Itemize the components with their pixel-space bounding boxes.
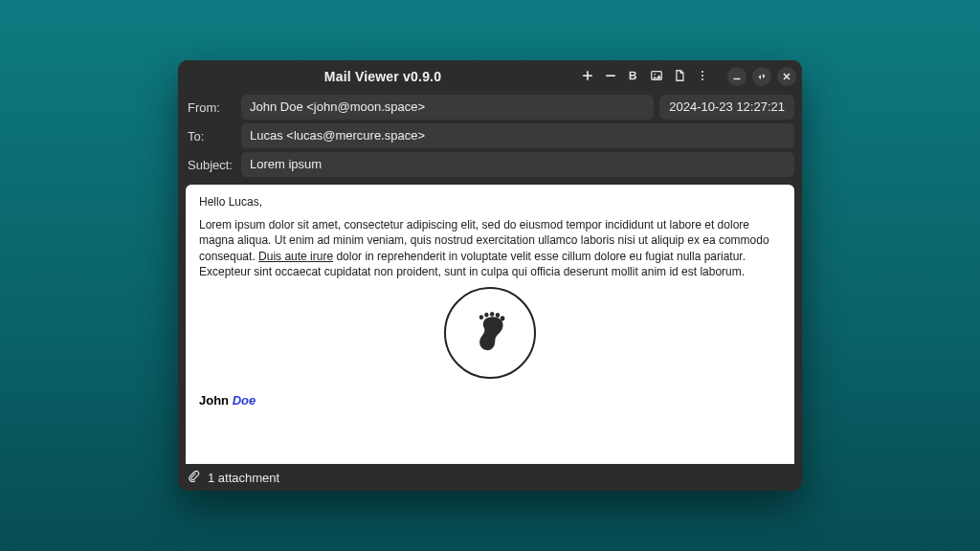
attachment-icon	[188, 470, 200, 485]
format-button[interactable]	[624, 67, 643, 86]
kebab-menu-icon	[696, 69, 709, 85]
signature-last-name: Doe	[233, 393, 256, 408]
from-value[interactable]: John Doe <john@moon.space>	[241, 95, 654, 120]
image-icon	[650, 69, 663, 85]
menu-button[interactable]	[693, 67, 712, 86]
file-icon	[673, 69, 686, 85]
body-underlined: Duis aute irure	[258, 250, 333, 263]
foot-icon	[444, 287, 536, 379]
image-button[interactable]	[647, 67, 666, 86]
svg-point-1	[654, 73, 656, 75]
svg-point-6	[484, 313, 488, 318]
titlebar: Mail Viewer v0.9.0	[178, 60, 802, 93]
attachment-count[interactable]: 1 attachment	[208, 471, 279, 485]
format-icon	[627, 69, 640, 85]
subject-row: Subject: Lorem ipsum	[186, 152, 794, 177]
svg-point-5	[479, 315, 483, 320]
titlebar-actions	[578, 67, 796, 86]
status-bar: 1 attachment	[178, 464, 802, 491]
minimize-icon	[732, 70, 742, 84]
app-window: Mail Viewer v0.9.0	[178, 60, 802, 491]
file-button[interactable]	[670, 67, 689, 86]
date-value: 2024-10-23 12:27:21	[659, 95, 794, 120]
svg-point-2	[702, 71, 703, 73]
to-value[interactable]: Lucas <lucas@mercure.space>	[241, 123, 794, 148]
mail-body[interactable]: Hello Lucas, Lorem ipsum dolor sit amet,…	[186, 185, 794, 464]
from-label: From:	[186, 100, 235, 115]
subject-label: Subject:	[186, 158, 235, 172]
body-greeting: Hello Lucas,	[199, 194, 781, 209]
svg-point-8	[496, 313, 501, 318]
mail-headers: From: John Doe <john@moon.space> 2024-10…	[178, 93, 802, 185]
maximize-button[interactable]	[752, 67, 771, 86]
remove-button[interactable]	[601, 67, 620, 86]
maximize-icon	[757, 70, 767, 84]
subject-value[interactable]: Lorem ipsum	[241, 152, 794, 177]
signature-text: John Doe	[199, 392, 781, 409]
close-icon	[782, 70, 791, 84]
to-row: To: Lucas <lucas@mercure.space>	[186, 123, 794, 148]
signature-image	[199, 287, 781, 379]
plus-icon	[581, 69, 594, 85]
window-title: Mail Viewer v0.9.0	[188, 69, 578, 84]
svg-point-3	[702, 74, 703, 76]
from-row: From: John Doe <john@moon.space> 2024-10…	[186, 95, 794, 120]
svg-point-4	[702, 77, 703, 79]
minimize-button[interactable]	[727, 67, 746, 86]
add-button[interactable]	[578, 67, 597, 86]
svg-point-7	[490, 312, 495, 317]
close-button[interactable]	[777, 67, 796, 86]
signature-first-name: John	[199, 393, 233, 408]
minus-icon	[604, 69, 617, 85]
body-paragraph: Lorem ipsum dolor sit amet, consectetur …	[199, 217, 781, 279]
to-label: To:	[186, 129, 235, 143]
